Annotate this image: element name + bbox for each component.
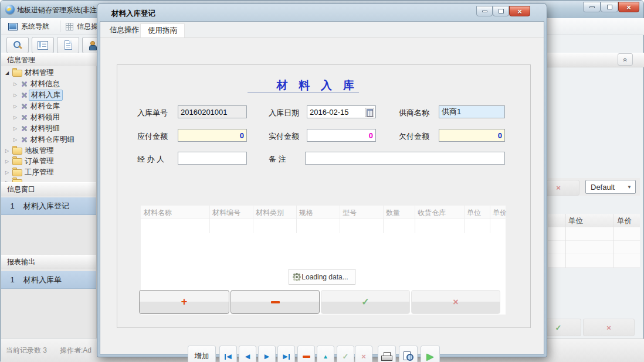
close-icon: × — [626, 4, 631, 11]
run-button[interactable]: ▶ — [421, 346, 440, 362]
grid-cancel-button[interactable]: × — [411, 290, 500, 314]
handler-field[interactable] — [178, 152, 247, 165]
tree-item-material-warehouse[interactable]: ▷ 材料仓库 — [12, 101, 107, 112]
dialog-restore-button[interactable] — [493, 6, 509, 16]
tree-collapsed-icon: ▷ — [12, 93, 18, 98]
tab-user-guide[interactable]: 使用指南 — [140, 23, 185, 37]
main-minimize-button[interactable] — [583, 2, 601, 12]
tree-collapsed-icon: ▷ — [4, 159, 10, 164]
supplier-label: 供商名称 — [399, 108, 429, 118]
tree-item-material-requisition[interactable]: ▷ 材料领用 — [12, 112, 107, 123]
list-item-material-inbound-report[interactable]: 1 材料入库单 — [1, 271, 96, 289]
list-item-material-inbound-register[interactable]: 1 材料入库登记 — [1, 197, 96, 215]
nav-last-button[interactable]: ▶ — [277, 346, 295, 362]
toolbar-label: 系统导航 — [21, 22, 49, 32]
check-icon: ✓ — [343, 352, 349, 361]
tree-item-order-management[interactable]: ▷ 订单管理 — [4, 156, 99, 167]
supplier-field[interactable]: 供商1 — [439, 105, 505, 118]
spinner-icon — [296, 276, 298, 278]
list-item-index: 1 — [1, 202, 23, 210]
system-nav-icon — [8, 23, 18, 30]
print-preview-button[interactable] — [399, 346, 418, 362]
nav-edit-button[interactable]: ▲ — [317, 346, 334, 362]
form-icon — [38, 41, 48, 50]
prev-record-icon: ◀ — [245, 353, 250, 360]
check-icon: ✓ — [555, 323, 562, 332]
nav-prev-button[interactable]: ◀ — [239, 346, 256, 362]
nav-delete-button[interactable] — [297, 346, 315, 362]
date-field[interactable]: 2016-02-15 — [307, 105, 376, 118]
dialog-minimize-button[interactable] — [476, 6, 493, 16]
tree-collapsed-icon: ▷ — [12, 137, 18, 142]
grid-add-row-button[interactable]: + — [139, 290, 229, 314]
folder-icon — [12, 148, 22, 155]
document-button[interactable] — [57, 37, 79, 53]
column-header: 单价 — [493, 208, 507, 218]
nav-first-button[interactable]: ◀ — [219, 346, 237, 362]
nav-cancel-button[interactable]: × — [355, 346, 372, 362]
tree-item-material-detail[interactable]: ▷ 材料明细 — [12, 123, 107, 134]
folder-icon — [12, 169, 22, 176]
tab-label: 使用指南 — [148, 26, 177, 36]
paid-field[interactable]: 0 — [307, 129, 376, 142]
form-view-button[interactable] — [32, 37, 54, 53]
payable-label: 应付金额 — [137, 131, 168, 142]
check-icon: ✓ — [361, 296, 369, 308]
search-button[interactable] — [6, 37, 29, 53]
last-record-icon — [289, 354, 290, 360]
right-grid-rows — [548, 227, 640, 268]
order-no-field[interactable]: 20160201001 — [178, 105, 247, 118]
list-item-label: 材料入库登记 — [23, 201, 69, 211]
tree-collapsed-icon: ▷ — [4, 170, 10, 175]
play-icon: ▶ — [426, 352, 433, 361]
dialog-title: 材料入库登记 — [111, 9, 155, 19]
right-close-button[interactable]: × — [583, 319, 635, 336]
column-header: 单位 — [568, 216, 583, 226]
tree-item-material-warehouse-detail[interactable]: ▷ 材料仓库明细 — [12, 134, 107, 145]
calendar-picker-button[interactable] — [365, 108, 374, 117]
section-title: 信息管理 — [7, 55, 35, 65]
owed-field[interactable]: 0 — [439, 129, 505, 142]
grid-remove-row-button[interactable] — [231, 290, 320, 314]
default-dropdown[interactable]: Default ▼ — [585, 180, 636, 194]
add-record-button[interactable]: 增加 — [188, 346, 216, 362]
tool-icon — [21, 80, 28, 88]
dialog-close-button[interactable]: × — [509, 6, 530, 16]
dropdown-value: Default — [591, 183, 627, 192]
tab-info-operations[interactable]: 信息操作 — [103, 23, 146, 37]
column-header: 数量 — [386, 208, 400, 218]
paid-label: 实付金额 — [269, 131, 299, 142]
main-close-button[interactable]: × — [618, 2, 639, 12]
remark-field[interactable] — [305, 152, 505, 165]
close-icon: × — [517, 8, 522, 15]
document-icon — [65, 40, 72, 50]
tree-item-label: 材料仓库明细 — [30, 135, 74, 145]
paid-value: 0 — [369, 131, 373, 140]
nav-next-button[interactable]: ▶ — [258, 346, 276, 362]
list-item-label: 材料入库单 — [23, 275, 62, 285]
column-header: 材料类别 — [256, 208, 284, 218]
right-grid-header: 单位 单价 — [548, 214, 640, 228]
tree-item-floor-management[interactable]: ▷ 地板管理 — [4, 145, 99, 156]
tool-icon — [21, 114, 28, 121]
tree-item-material-inbound[interactable]: ▷ 材料入库 — [12, 90, 107, 101]
dialog-client-area: 信息操作 使用指南 材 料 入 库 入库单号 20160201001 入库日期 … — [100, 21, 544, 354]
cross-icon: × — [606, 323, 611, 332]
tree-expanded-icon: ◢ — [4, 70, 10, 76]
loading-text: Loading data... — [301, 273, 348, 281]
toolbar-item-system-nav[interactable]: 系统导航 — [8, 21, 49, 32]
triangle-up-icon: ▲ — [323, 354, 328, 360]
order-no-value: 20160201001 — [181, 108, 228, 117]
collapse-panel-button[interactable]: « — [618, 53, 633, 66]
record-count: 当前记录数 3 — [6, 346, 47, 356]
grid-header-row: 材料名称 材料编号 材料类别 规格 型号 数量 收货仓库 单位 单价 — [141, 206, 506, 219]
grid-confirm-button[interactable]: ✓ — [321, 290, 410, 314]
tree-item-material-info[interactable]: ▷ 材料信息 — [12, 78, 107, 90]
tree-item-material-management[interactable]: ◢ 材料管理 — [4, 67, 99, 78]
payable-field[interactable]: 0 — [178, 129, 247, 142]
nav-post-button[interactable]: ✓ — [337, 346, 354, 362]
tree-item-label: 工序管理 — [25, 168, 54, 177]
print-button[interactable] — [378, 346, 396, 362]
tree-item-label: 材料仓库 — [30, 101, 60, 111]
main-maximize-button[interactable] — [601, 2, 618, 12]
